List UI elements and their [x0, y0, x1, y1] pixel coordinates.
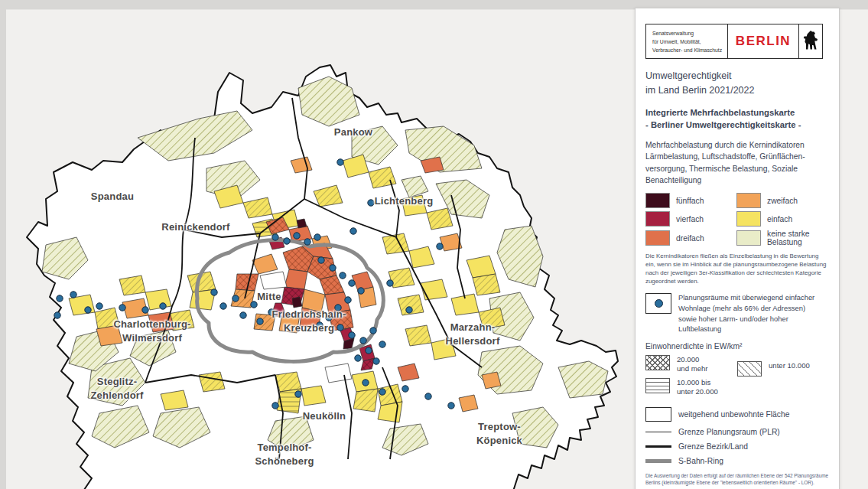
- gray-line-sample: [645, 459, 671, 463]
- wohnlage-dot-legend: Planungsräume mit überwiegend einfacher …: [645, 292, 830, 334]
- wohnlage-dot-text: Planungsräume mit überwiegend einfacher …: [678, 292, 830, 334]
- density-item-under-10000: unter 10.000: [737, 361, 830, 377]
- legend-item-vierfach: vierfach: [645, 211, 732, 227]
- density-item-10000-20000: 10.000 bis unter 20.000: [645, 378, 737, 397]
- legend-item-keine-belastung: keine starke Belastung: [736, 230, 830, 246]
- zweifach-swatch: [736, 193, 761, 208]
- berlin-map-svg: [23, 46, 635, 489]
- legend-item-fuenffach: fünffach: [645, 193, 732, 208]
- density-heading: Einwohnerdichte in EW/km²: [645, 342, 830, 350]
- map-subtitle: Integrierte Mehrfachbelastungskarte - Be…: [645, 106, 830, 132]
- legend-panel: Senatsverwaltung für Umwelt, Mobilität, …: [635, 8, 840, 489]
- keine-belastung-swatch: [736, 230, 761, 246]
- map-title-line1: Umweltgerechtigkeit: [645, 69, 830, 83]
- map-title: Umweltgerechtigkeit im Land Berlin 2021/…: [645, 69, 830, 98]
- einfach-swatch: [736, 211, 761, 227]
- sbahn-ring-legend: S-Bahn-Ring: [645, 457, 830, 465]
- indicator-description: Mehrfachbelastung durch die Kernindikato…: [645, 139, 830, 186]
- senate-agency-text: Senatsverwaltung für Umwelt, Mobilität, …: [646, 24, 728, 58]
- vierfach-label: vierfach: [676, 215, 704, 223]
- unpopulated-label: weitgehend unbewohnte Fläche: [678, 410, 789, 419]
- horizontal-pattern-swatch: [645, 378, 670, 393]
- vierfach-swatch: [645, 211, 670, 227]
- burden-legend: fünffach zweifach vierfach einfach dreif…: [645, 193, 830, 246]
- map-subtitle-line1: Integrierte Mehrfachbelastungskarte: [645, 106, 830, 119]
- berlin-bear-icon: [799, 24, 822, 58]
- sbahn-ring-label: S-Bahn-Ring: [678, 457, 723, 465]
- thick-line-sample: [645, 445, 671, 448]
- wohnlage-dot-swatch: [645, 293, 671, 314]
- dreifach-swatch: [645, 230, 670, 246]
- legend-note: Die Kernindikatoren fließen als Einzelbe…: [645, 252, 830, 285]
- thin-line-sample: [645, 432, 671, 432]
- fuenffach-swatch: [645, 193, 670, 208]
- density-legend: 20.000 und mehr 10.000 bis unter 20.000 …: [645, 355, 830, 401]
- fuenffach-label: fünffach: [676, 197, 704, 205]
- legend-item-zweifach: zweifach: [736, 193, 830, 208]
- berlin-map: Spandau Reinickendorf Pankow Lichtenberg…: [23, 46, 635, 489]
- legend-item-dreifach: dreifach: [645, 230, 732, 246]
- white-area-swatch: [645, 407, 671, 422]
- plr-boundary-label: Grenze Planungsraum (PLR): [678, 428, 780, 436]
- density-20000-label: 20.000 und mehr: [677, 355, 708, 374]
- data-note: Die Auswertung der Daten erfolgt auf der…: [645, 472, 830, 487]
- crosshatch-pattern-swatch: [645, 355, 670, 370]
- unpopulated-legend: weitgehend unbewohnte Fläche: [645, 407, 830, 422]
- density-item-20000: 20.000 und mehr: [645, 355, 737, 374]
- dreifach-label: dreifach: [676, 234, 704, 243]
- page: Spandau Reinickendorf Pankow Lichtenberg…: [0, 0, 868, 489]
- einfach-label: einfach: [767, 215, 792, 223]
- diagonal-pattern-swatch: [737, 361, 762, 377]
- bezirk-boundary-label: Grenze Bezirk/Land: [678, 442, 748, 451]
- blue-dot-icon: [655, 299, 663, 308]
- density-10000-label: 10.000 bis unter 20.000: [677, 378, 718, 397]
- keine-belastung-label: keine starke Belastung: [767, 230, 830, 246]
- bezirk-boundary-legend: Grenze Bezirk/Land: [645, 442, 830, 451]
- map-title-line2: im Land Berlin 2021/2022: [645, 83, 830, 98]
- senate-logo-box: Senatsverwaltung für Umwelt, Mobilität, …: [645, 24, 823, 59]
- zweifach-label: zweifach: [767, 197, 798, 205]
- legend-item-einfach: einfach: [736, 211, 830, 227]
- density-under-10000-label: unter 10.000: [769, 361, 810, 370]
- map-subtitle-line2: - Berliner Umweltgerechtigkeitskarte -: [645, 119, 830, 131]
- berlin-wordmark: BERLIN: [728, 24, 799, 58]
- plr-boundary-legend: Grenze Planungsraum (PLR): [645, 428, 830, 436]
